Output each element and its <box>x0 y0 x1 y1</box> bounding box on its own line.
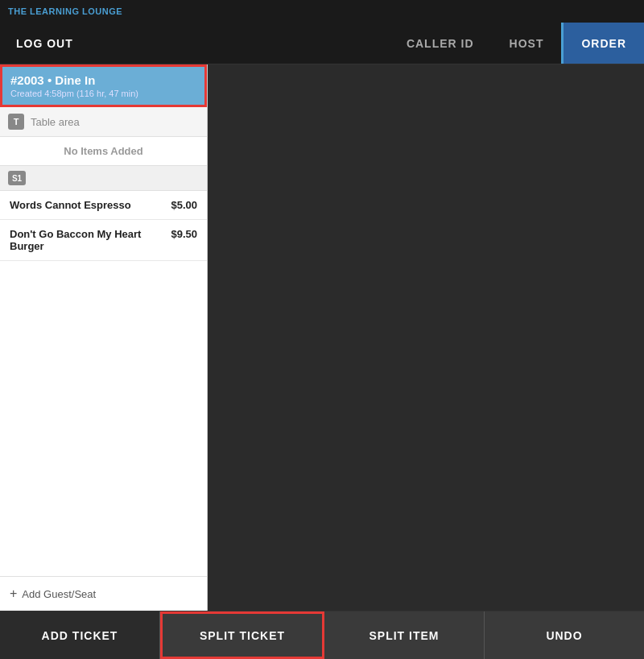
item-price-1: $9.50 <box>171 228 197 240</box>
item-price-0: $5.00 <box>171 199 197 211</box>
nav-items: CALLER ID HOST ORDER <box>389 23 644 64</box>
add-guest-label: Add Guest/Seat <box>22 588 96 600</box>
add-guest-plus-icon: + <box>10 586 17 601</box>
order-number: #2003 • Dine In <box>10 73 196 87</box>
split-item-button[interactable]: SPLIT ITEM <box>324 611 485 659</box>
no-items-message: No Items Added <box>0 137 207 166</box>
add-ticket-button[interactable]: ADD TICKET <box>0 611 160 659</box>
bottom-toolbar: ADD TICKET SPLIT TICKET SPLIT ITEM UNDO <box>0 611 644 659</box>
logout-button[interactable]: LOG OUT <box>0 37 89 50</box>
order-item-1[interactable]: Don't Go Baccon My Heart Burger $9.50 <box>0 220 207 261</box>
order-header[interactable]: #2003 • Dine In Created 4:58pm (116 hr, … <box>0 64 207 107</box>
nav-item-order[interactable]: ORDER <box>561 23 644 64</box>
add-guest-button[interactable]: + Add Guest/Seat <box>0 576 207 611</box>
nav-bar: LOG OUT CALLER ID HOST ORDER <box>0 23 644 64</box>
table-area-label: Table area <box>31 116 80 128</box>
nav-item-host[interactable]: HOST <box>492 23 562 64</box>
app-title: THE LEARNING LOUNGE <box>8 6 122 16</box>
main-content: #2003 • Dine In Created 4:58pm (116 hr, … <box>0 64 644 611</box>
item-name-1: Don't Go Baccon My Heart Burger <box>10 228 171 252</box>
undo-button[interactable]: UNDO <box>485 611 644 659</box>
table-badge: T <box>8 114 24 130</box>
table-area-row[interactable]: T Table area <box>0 107 207 137</box>
seat-badge: S1 <box>8 171 26 185</box>
item-name-0: Words Cannot Espresso <box>10 199 171 211</box>
top-bar: THE LEARNING LOUNGE <box>0 0 644 23</box>
right-panel <box>208 64 644 611</box>
split-ticket-button[interactable]: SPLIT TICKET <box>160 611 324 659</box>
nav-item-caller-id[interactable]: CALLER ID <box>389 23 492 64</box>
left-panel: #2003 • Dine In Created 4:58pm (116 hr, … <box>0 64 208 611</box>
seat-row: S1 <box>0 166 207 191</box>
order-item-0[interactable]: Words Cannot Espresso $5.00 <box>0 191 207 220</box>
order-created: Created 4:58pm (116 hr, 47 min) <box>10 89 196 98</box>
